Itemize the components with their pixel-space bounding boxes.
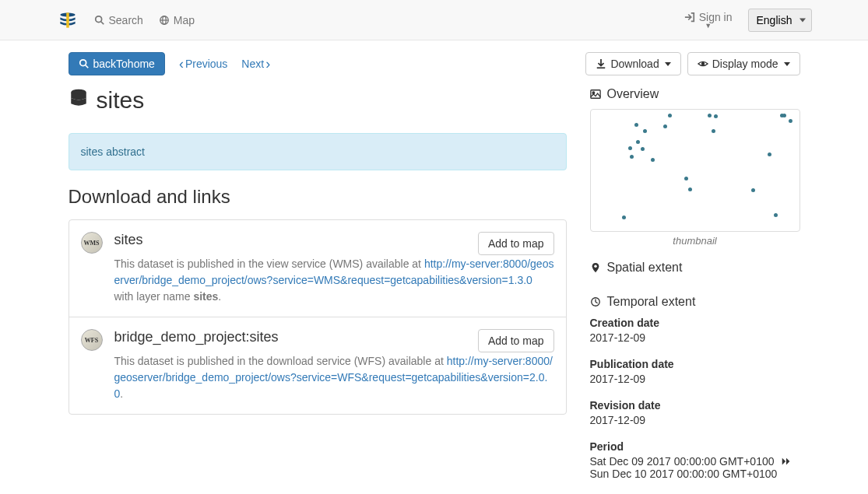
next-link[interactable]: Next [241,58,270,70]
previous-link[interactable]: Previous [179,58,227,70]
download-button[interactable]: Download [585,52,680,75]
add-to-map-button[interactable]: Add to map [478,232,554,255]
svg-point-7 [79,60,86,66]
thumbnail-label: thumbnail [590,235,800,247]
back-button[interactable]: backTohome [69,52,165,75]
language-select[interactable]: English [748,9,812,32]
search-icon [79,58,90,69]
display-mode-label: Display mode [712,58,778,70]
period-start-value: Sat Dec 09 2017 00:00:00 GMT+0100 [590,455,775,468]
spatial-extent-heading: Spatial extent [590,261,800,275]
overview-heading: Overview [590,87,800,101]
caret-down-icon [784,62,790,66]
creation-date-label: Creation date [590,317,800,329]
download-icon [596,58,606,69]
abstract-box: sites abstract [69,133,567,170]
svg-line-8 [85,65,88,68]
caret-down-icon: ▼ [705,22,712,30]
download-label: Download [610,58,659,70]
wms-badge: WMS [81,232,103,254]
forward-icon [781,456,792,467]
overview-thumbnail [590,109,800,232]
toolbar: backTohome Previous Next Download Displa… [69,52,800,75]
publication-date-value: 2017-12-09 [590,373,800,385]
page-title: sites [69,87,567,114]
creation-date-value: 2017-12-09 [590,331,800,344]
revision-date-label: Revision date [590,399,800,412]
marker-icon [590,262,601,273]
svg-point-14 [594,265,597,268]
signin-icon [684,12,695,23]
search-icon [94,15,105,26]
display-mode-button[interactable]: Display mode [687,52,800,75]
database-icon [69,87,89,114]
map-link[interactable]: Map [159,14,195,26]
publication-date-label: Publication date [590,358,800,370]
eye-icon [698,58,708,69]
page-title-text: sites [97,87,145,114]
back-label: backTohome [93,58,155,70]
downloads-heading: Download and links [69,186,567,208]
temporal-extent-heading: Temporal extent [590,295,800,309]
link-description: This dataset is published in the view se… [114,256,554,305]
period-label: Period [590,440,800,453]
navbar: Search Map Sign in ▼ English [0,0,868,40]
svg-line-3 [100,21,104,24]
clock-icon [590,296,601,307]
add-to-map-button[interactable]: Add to map [478,329,554,352]
search-link[interactable]: Search [94,14,143,26]
link-item: WMS sites Add to map This dataset is pub… [69,220,566,317]
caret-down-icon [665,62,671,66]
svg-point-2 [95,16,101,22]
image-icon [590,89,601,100]
logo [57,9,79,31]
link-title: sites [114,232,143,248]
link-item: WFS bridge_demo_project:sites Add to map… [69,317,566,414]
map-label: Map [174,14,195,26]
svg-rect-1 [66,12,69,27]
period-end-value: Sun Dec 10 2017 00:00:00 GMT+0100 [590,468,800,480]
svg-point-10 [701,62,704,65]
link-description: This dataset is published in the downloa… [114,353,554,402]
wfs-badge: WFS [81,329,103,351]
revision-date-value: 2017-12-09 [590,414,800,426]
svg-rect-12 [590,90,599,99]
links-panel: WMS sites Add to map This dataset is pub… [69,219,567,415]
signin-label: Sign in [699,11,733,23]
link-title: bridge_demo_project:sites [114,329,279,345]
globe-icon [159,15,170,26]
search-label: Search [109,14,143,26]
